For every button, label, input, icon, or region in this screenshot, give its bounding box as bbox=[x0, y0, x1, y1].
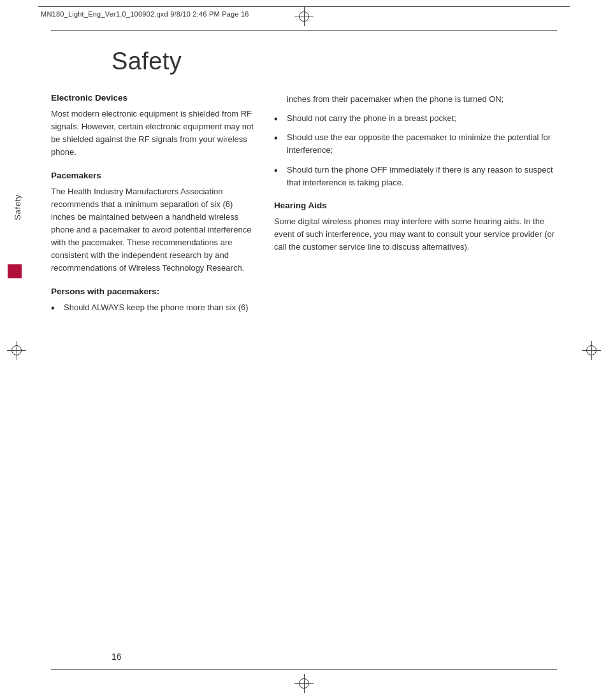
sidebar-label: Safety bbox=[13, 194, 22, 220]
page-number: 16 bbox=[112, 652, 122, 662]
electronic-devices-body: Most modern electronic equipment is shie… bbox=[51, 108, 255, 159]
right-column: inches from their pacemaker when the pho… bbox=[274, 93, 557, 325]
hearing-aids-heading: Hearing Aids bbox=[274, 201, 557, 210]
persons-pacemakers-list: Should ALWAYS keep the phone more than s… bbox=[51, 301, 255, 314]
reg-mark-left bbox=[11, 345, 22, 355]
list-item: Should use the ear opposite the pacemake… bbox=[274, 131, 557, 157]
pacemakers-heading: Pacemakers bbox=[51, 171, 255, 180]
reg-mark-bottom bbox=[299, 678, 309, 689]
bottom-rule bbox=[51, 669, 557, 670]
reg-mark-top bbox=[299, 11, 309, 22]
two-col-layout: Electronic Devices Most modern electroni… bbox=[51, 93, 557, 325]
list-item: Should not carry the phone in a breast p… bbox=[274, 112, 557, 125]
content-area: Safety Safety Electronic Devices Most mo… bbox=[51, 35, 557, 665]
page: MN180_Light_Eng_Ver1.0_100902.qxd 9/8/10… bbox=[0, 0, 608, 700]
list-item: Should turn the phone OFF immediately if… bbox=[274, 164, 557, 189]
persons-pacemakers-heading: Persons with pacemakers: bbox=[51, 287, 255, 296]
left-column: Electronic Devices Most modern electroni… bbox=[51, 93, 255, 325]
sidebar-bar bbox=[8, 264, 22, 278]
pacemaker-right-bullets: Should not carry the phone in a breast p… bbox=[274, 112, 557, 189]
electronic-devices-heading: Electronic Devices bbox=[51, 93, 255, 103]
pacemakers-body: The Health Industry Manufacturers Associ… bbox=[51, 185, 255, 275]
hearing-aids-section: Hearing Aids Some digital wireless phone… bbox=[274, 201, 557, 254]
reg-mark-right bbox=[586, 345, 597, 355]
page-title: Safety bbox=[112, 48, 557, 75]
top-rule bbox=[51, 30, 557, 31]
electronic-devices-section: Electronic Devices Most modern electroni… bbox=[51, 93, 255, 159]
persons-pacemakers-section: Persons with pacemakers: Should ALWAYS k… bbox=[51, 287, 255, 314]
header-text: MN180_Light_Eng_Ver1.0_100902.qxd 9/8/10… bbox=[41, 10, 249, 18]
list-item: Should ALWAYS keep the phone more than s… bbox=[51, 301, 255, 314]
right-intro-text: inches from their pacemaker when the pho… bbox=[274, 93, 557, 106]
hearing-aids-body: Some digital wireless phones may interfe… bbox=[274, 215, 557, 254]
pacemakers-section: Pacemakers The Health Industry Manufactu… bbox=[51, 171, 255, 275]
